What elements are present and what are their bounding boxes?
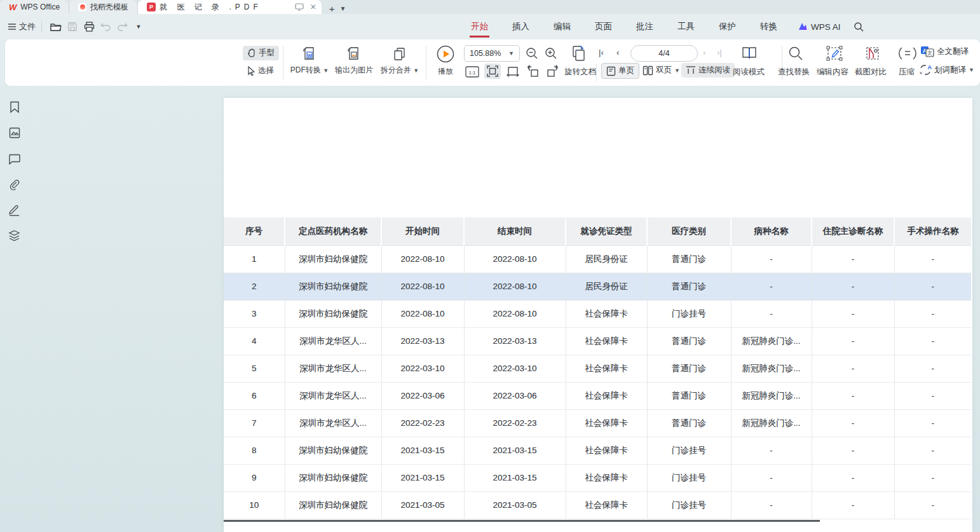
open-folder-icon[interactable] <box>50 20 62 33</box>
file-menu-button[interactable]: 文件 <box>8 21 36 32</box>
menu-comment[interactable]: 批注 <box>635 17 655 36</box>
tab-wps-office[interactable]: W WPS Office <box>0 0 69 14</box>
compress-label: 压缩 <box>899 67 915 78</box>
table-cell: 2021-03-15 <box>381 464 464 491</box>
edit-content-label: 编辑内容 <box>817 67 848 78</box>
table-cell: - <box>812 437 894 464</box>
menu-insert[interactable]: 插入 <box>511 17 531 36</box>
export-as-image-button[interactable]: 输出为图片 <box>332 46 376 76</box>
page-indicator-box[interactable]: 4/4 <box>630 45 698 62</box>
bookmarks-panel-icon[interactable] <box>8 100 21 114</box>
table-cell: 普通门诊 <box>647 245 731 273</box>
redo-icon[interactable] <box>116 20 128 33</box>
zoom-out-button[interactable] <box>524 46 540 61</box>
table-cell: 新冠肺炎门诊... <box>731 409 812 437</box>
table-cell: - <box>731 300 812 327</box>
pdf-convert-button[interactable]: W PDF转换 ▼ <box>289 46 330 76</box>
menu-tools[interactable]: 工具 <box>676 17 696 36</box>
edit-content-button[interactable] <box>826 46 843 61</box>
word-translate-label: 划词翻译 <box>934 65 966 76</box>
play-button[interactable] <box>437 45 454 63</box>
tab-docer-templates[interactable]: 找稻壳模板 <box>69 0 138 14</box>
continuous-read-button[interactable]: 连续阅读 <box>681 63 735 78</box>
tab-list-chevron-icon[interactable]: ▼ <box>340 5 346 12</box>
pdf-file-icon: P <box>147 3 156 11</box>
screenshot-compare-button[interactable] <box>864 46 881 61</box>
table-cell: 社会保障卡 <box>566 382 647 409</box>
column-header: 医疗类别 <box>647 217 731 245</box>
word-translate-button[interactable]: A x 划词翻译 ▼ <box>919 64 974 76</box>
comments-panel-icon[interactable] <box>8 153 21 166</box>
print-icon[interactable] <box>83 20 95 33</box>
undo-icon[interactable] <box>99 20 112 33</box>
screenshot-compare-icon <box>864 46 881 61</box>
menu-convert[interactable]: 转换 <box>759 17 779 36</box>
hand-icon <box>247 48 256 58</box>
table-cell: 2022-03-06 <box>381 382 464 409</box>
menu-page[interactable]: 页面 <box>594 17 613 36</box>
search-icon[interactable] <box>852 20 865 33</box>
table-cell: - <box>812 409 894 437</box>
table-cell: 2021-03-15 <box>381 437 464 464</box>
full-translate-button[interactable]: A 文 全文翻译 <box>920 46 969 57</box>
thumbnails-panel-icon[interactable] <box>8 126 21 139</box>
wps-ai-logo-icon <box>798 22 808 31</box>
tab-document-pdf[interactable]: P 就 医 记 录 .PDF ✕ <box>138 0 322 14</box>
signature-panel-icon[interactable] <box>8 203 21 217</box>
read-mode-button[interactable] <box>741 45 758 62</box>
table-cell: 社会保障卡 <box>566 491 647 519</box>
table-cell: 2022-08-10 <box>464 245 566 273</box>
zoom-level-dropdown[interactable]: 105.88% ▼ <box>464 45 520 62</box>
compress-button[interactable] <box>899 46 916 60</box>
full-translate-icon: A 文 <box>920 46 934 57</box>
menu-edit[interactable]: 编辑 <box>552 17 572 36</box>
actual-size-button[interactable]: 1:1 <box>464 64 480 79</box>
prev-page-button[interactable]: ‹ <box>616 48 619 57</box>
split-merge-button[interactable]: 拆分合并 ▼ <box>378 46 422 76</box>
table-cell: 2021-03-05 <box>464 491 566 519</box>
save-icon[interactable] <box>66 20 79 33</box>
edit-content-icon <box>826 46 843 61</box>
find-replace-button[interactable] <box>788 46 803 61</box>
single-page-button[interactable]: 单页 <box>601 63 639 79</box>
menu-protect[interactable]: 保护 <box>718 17 737 36</box>
menu-home[interactable]: 开始 <box>470 17 489 36</box>
main-menu: 开始 插入 编辑 页面 批注 工具 保护 转换 <box>470 17 779 36</box>
layers-panel-icon[interactable] <box>8 229 21 242</box>
wps-ai-button[interactable]: WPS AI <box>798 22 841 32</box>
last-page-button[interactable]: ›| <box>717 48 722 57</box>
zoom-in-button[interactable] <box>543 46 559 61</box>
double-page-button[interactable]: 双页 ▼ <box>638 63 684 78</box>
next-page-button[interactable]: › <box>703 48 705 57</box>
sidebar-rail <box>0 86 29 532</box>
rotate-doc-label[interactable]: 旋转文档 <box>564 67 596 78</box>
table-cell: 2022-08-10 <box>381 245 464 273</box>
fit-width-button[interactable] <box>505 64 521 79</box>
new-tab-button[interactable]: + <box>329 3 335 14</box>
fit-page-button[interactable] <box>484 64 501 79</box>
hand-tool-button[interactable]: 手型 <box>243 46 279 60</box>
table-cell: 深圳市龙华区人... <box>285 327 381 355</box>
file-menu-label: 文件 <box>19 21 36 32</box>
column-header: 开始时间 <box>381 217 464 245</box>
screen-preview-icon[interactable] <box>295 3 304 11</box>
rotate-pages-icon[interactable] <box>568 43 589 64</box>
table-cell: 5 <box>224 355 285 382</box>
table-cell: 2021-03-15 <box>464 437 566 464</box>
table-cell: - <box>812 245 894 273</box>
column-header: 病种名称 <box>731 217 812 245</box>
close-tab-icon[interactable]: ✕ <box>310 3 316 11</box>
rotate-left-button[interactable] <box>525 64 541 79</box>
quickbar-more-chevron-icon[interactable]: ▼ <box>132 20 145 33</box>
first-page-button[interactable]: |‹ <box>599 48 604 57</box>
attachments-panel-icon[interactable] <box>8 178 21 191</box>
pdf-page[interactable]: 序号定点医药机构名称开始时间结束时间就诊凭证类型医疗类别病种名称住院主诊断名称手… <box>224 98 972 532</box>
full-translate-label: 全文翻译 <box>937 46 969 57</box>
play-label: 播放 <box>438 66 453 77</box>
table-cell: - <box>894 437 971 464</box>
select-tool-button[interactable]: 选择 <box>243 64 278 78</box>
rotate-right-button[interactable] <box>544 64 561 79</box>
table-row: 3深圳市妇幼保健院2022-08-102022-08-10社会保障卡门诊挂号--… <box>224 300 971 327</box>
table-cell: - <box>812 382 894 409</box>
table-cell: 2022-03-13 <box>464 327 566 355</box>
